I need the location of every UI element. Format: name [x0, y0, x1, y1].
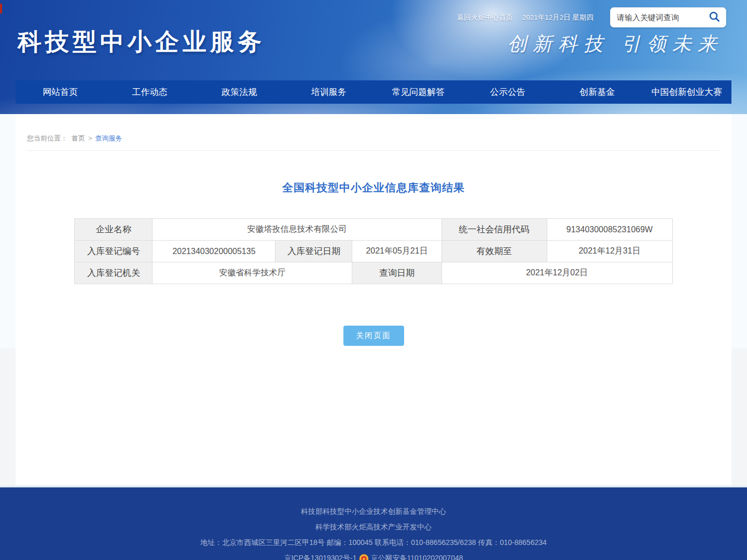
- nav-item-policies[interactable]: 政策法规: [195, 80, 284, 104]
- nav-item-work-news[interactable]: 工作动态: [105, 80, 195, 104]
- credit-code-label: 统一社会信用代码: [441, 219, 547, 241]
- breadcrumb: 您当前位置：首页>查询服务: [27, 114, 720, 151]
- query-result-table: 企业名称 安徽塔孜信息技术有限公司 统一社会信用代码 9134030008523…: [74, 218, 672, 284]
- page-footer: 科技部科技型中小企业技术创新基金管理中心 科学技术部火炬高技术产业开发中心 地址…: [0, 487, 747, 560]
- back-to-torch-center-link[interactable]: 返回火炬中心首页: [457, 13, 513, 22]
- table-row: 企业名称 安徽塔孜信息技术有限公司 统一社会信用代码 9134030008523…: [75, 219, 672, 241]
- breadcrumb-home-link[interactable]: 首页: [72, 134, 85, 142]
- close-page-button[interactable]: 关闭页面: [343, 326, 404, 346]
- search-icon: [708, 10, 721, 24]
- footer-org-line-2: 科学技术部火炬高技术产业开发中心: [0, 519, 747, 535]
- registration-date-label: 入库登记日期: [275, 241, 352, 262]
- main-nav: 网站首页 工作动态 政策法规 培训服务 常见问题解答 公示公告 创新基金 中国创…: [16, 80, 731, 104]
- search-box: [610, 7, 726, 27]
- nav-item-announcements[interactable]: 公示公告: [463, 80, 553, 104]
- edge-red-fragment: [0, 4, 2, 13]
- footer-contact-line: 地址：北京市西城区三里河二区甲18号 邮编：100045 联系电话：010-88…: [0, 535, 747, 550]
- breadcrumb-separator: >: [88, 134, 92, 142]
- query-date-label: 查询日期: [352, 262, 441, 284]
- public-security-record-link[interactable]: 京公网安备11010202007048: [371, 550, 463, 560]
- search-input[interactable]: [617, 13, 707, 22]
- footer-legal-line: 京ICP备13019302号-1 京公网安备11010202007048: [0, 550, 747, 560]
- registration-number-label: 入库登记编号: [75, 241, 153, 262]
- header-topbar: 返回火炬中心首页 2021年12月2日 星期四: [457, 13, 593, 22]
- site-slogan: 创新科技 引领未来: [507, 31, 723, 57]
- icp-license-link[interactable]: 京ICP备13019302号-1: [284, 550, 356, 560]
- credit-code-value: 91340300085231069W: [547, 219, 672, 241]
- page-title: 全国科技型中小企业信息库查询结果: [16, 180, 731, 195]
- nav-item-innovation-fund[interactable]: 创新基金: [552, 80, 642, 104]
- table-row: 入库登记编号 202134030200005135 入库登记日期 2021年05…: [75, 241, 672, 262]
- table-row: 入库登记机关 安徽省科学技术厅 查询日期 2021年12月02日: [75, 262, 672, 284]
- search-button[interactable]: [707, 10, 722, 25]
- current-date-text: 2021年12月2日 星期四: [522, 13, 593, 22]
- breadcrumb-current-link[interactable]: 查询服务: [95, 134, 122, 142]
- registration-date-value: 2021年05月21日: [352, 241, 441, 262]
- content-panel: 您当前位置：首页>查询服务 全国科技型中小企业信息库查询结果 企业名称 安徽塔孜…: [16, 114, 731, 485]
- nav-item-training[interactable]: 培训服务: [284, 80, 374, 104]
- company-name-value: 安徽塔孜信息技术有限公司: [153, 219, 441, 241]
- company-name-label: 企业名称: [75, 219, 153, 241]
- footer-org-line-1: 科技部科技型中小企业技术创新基金管理中心: [0, 503, 747, 519]
- registration-authority-label: 入库登记机关: [75, 262, 153, 284]
- nav-item-home[interactable]: 网站首页: [16, 80, 105, 104]
- nav-item-innovation-competition[interactable]: 中国创新创业大赛: [642, 80, 732, 104]
- site-logo[interactable]: 科技型中小企业服务: [18, 26, 265, 58]
- police-badge-icon[interactable]: [359, 553, 369, 560]
- breadcrumb-prefix: 您当前位置：: [27, 134, 67, 142]
- nav-item-faq[interactable]: 常见问题解答: [374, 80, 463, 104]
- registration-number-value: 202134030200005135: [153, 241, 275, 262]
- query-date-value: 2021年12月02日: [441, 262, 672, 284]
- valid-until-value: 2021年12月31日: [547, 241, 672, 262]
- valid-until-label: 有效期至: [441, 241, 547, 262]
- registration-authority-value: 安徽省科学技术厅: [153, 262, 352, 284]
